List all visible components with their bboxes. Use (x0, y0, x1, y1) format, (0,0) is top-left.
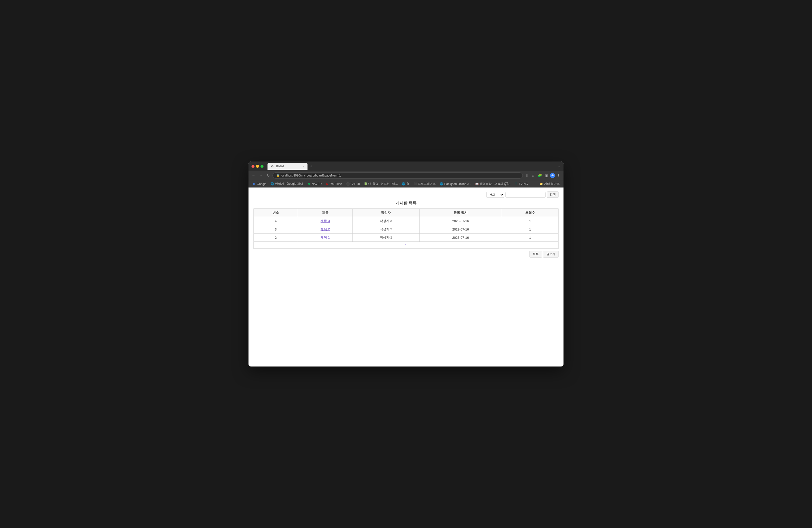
row-date: 2023-07-16 (419, 234, 502, 242)
table-row: 2 제목 1 작성자 1 2023-07-16 1 (254, 234, 559, 242)
table-row: 4 제목 3 작성자 3 2023-07-16 1 (254, 217, 559, 225)
search-area: 전체 제목 작성자 검색 (253, 191, 559, 198)
bookmark-naver-label: NAVER (311, 182, 321, 186)
bookmark-home[interactable]: 🌐 홈 (400, 181, 411, 187)
youtube-favicon: ▶ (326, 182, 329, 186)
row-id: 3 (254, 225, 298, 234)
row-author: 작성자 3 (352, 217, 419, 225)
bookmark-naver[interactable]: N NAVER (305, 181, 323, 187)
col-header-views: 조회수 (502, 209, 558, 217)
action-buttons: 목록 글쓰기 (253, 251, 559, 258)
title-link[interactable]: 제목 1 (320, 235, 330, 239)
back-button[interactable]: ← (250, 173, 257, 178)
row-views: 1 (502, 225, 558, 234)
board-title: 게시판 목록 (253, 201, 559, 206)
bookmark-other-label: 기타 북마크 (544, 182, 560, 186)
active-tab[interactable]: ⚙ Board × (267, 163, 307, 170)
programmers-favicon: ⬛ (413, 182, 417, 186)
pagination-cell: 1 (254, 242, 559, 249)
col-header-title: 제목 (298, 209, 352, 217)
extension-icon[interactable]: 🧩 (536, 173, 543, 178)
row-date: 2023-07-16 (419, 225, 502, 234)
bookmark-inflearn-label: 내 학습 - 인프런 | 마... (368, 182, 398, 186)
address-bar: ← → ↻ 🔒 ⬆ ☆ 🧩 ▣ 유 ⋮ (248, 171, 564, 180)
star-icon[interactable]: ☆ (530, 173, 536, 178)
bookmark-programmers[interactable]: ⬛ 프로그래머스 (411, 181, 437, 187)
github-favicon: ⚫ (346, 182, 349, 186)
tab-bar: ⚙ Board × + (267, 163, 556, 170)
search-select[interactable]: 전체 제목 작성자 (487, 192, 504, 198)
life-favicon: 📖 (475, 182, 479, 186)
maximize-button[interactable] (261, 165, 263, 168)
table-row: 3 제목 2 작성자 2 2023-07-16 1 (254, 225, 559, 234)
row-views: 1 (502, 234, 558, 242)
bookmark-home-label: 홈 (406, 182, 409, 186)
share-icon[interactable]: ⬆ (524, 173, 530, 178)
col-header-author: 작성자 (352, 209, 419, 217)
browser-window: ⚙ Board × + ⌄ ← → ↻ 🔒 ⬆ ☆ 🧩 ▣ 유 ⋮ G Goog… (248, 161, 564, 367)
minimize-button[interactable] (256, 165, 259, 168)
bookmark-youtube-label: YouTube (330, 182, 342, 186)
address-actions: ⬆ ☆ 🧩 ▣ 유 ⋮ (524, 173, 562, 178)
baekjoon-favicon: 🌐 (440, 182, 443, 186)
row-title: 제목 2 (298, 225, 352, 234)
bookmarks-bar: G Google 🌐 번역기 - Google 검색 N NAVER ▶ You… (248, 180, 564, 188)
bookmark-tving-label: TVING (519, 182, 528, 186)
bookmark-inflearn[interactable]: 📗 내 학습 - 인프런 | 마... (362, 181, 400, 187)
row-date: 2023-07-16 (419, 217, 502, 225)
bookmark-programmers-label: 프로그래머스 (418, 182, 436, 186)
write-button[interactable]: 글쓰기 (543, 251, 559, 258)
pagination-row: 1 (254, 242, 559, 249)
bookmark-tving[interactable]: T TVING (512, 181, 530, 187)
inflearn-favicon: 📗 (364, 182, 367, 186)
bookmark-papago-label: 번역기 - Google 검색 (275, 182, 303, 186)
bookmark-google-label: Google (257, 182, 266, 186)
address-input-wrapper[interactable]: 🔒 (273, 173, 523, 178)
other-favicon: 📁 (539, 182, 543, 186)
tab-close-button[interactable]: × (303, 165, 304, 168)
title-link[interactable]: 제목 3 (320, 219, 330, 223)
col-header-date: 등록 일시 (419, 209, 502, 217)
more-icon[interactable]: ⋮ (555, 173, 562, 178)
profile-badge[interactable]: 유 (550, 173, 555, 178)
naver-favicon: N (307, 182, 310, 186)
search-button[interactable]: 검색 (547, 191, 559, 198)
table-header-row: 번호 제목 작성자 등록 일시 조회수 (254, 209, 559, 217)
row-views: 1 (502, 217, 558, 225)
bookmark-google[interactable]: G Google (250, 181, 268, 187)
reload-button[interactable]: ↻ (265, 173, 271, 178)
tving-favicon: T (514, 182, 518, 186)
row-id: 2 (254, 234, 298, 242)
bookmark-papago[interactable]: 🌐 번역기 - Google 검색 (269, 181, 305, 187)
bookmark-baekjoon[interactable]: 🌐 Baekjoon Online J... (438, 181, 473, 187)
tab-favicon: ⚙ (271, 164, 274, 168)
traffic-lights (251, 165, 263, 168)
page-1-link[interactable]: 1 (405, 243, 407, 247)
bookmark-other[interactable]: 📁 기타 북마크 (538, 181, 562, 187)
bookmark-youtube[interactable]: ▶ YouTube (324, 181, 344, 187)
page-content: 전체 제목 작성자 검색 게시판 목록 번호 제목 작성자 등록 일시 조회수 (248, 188, 564, 367)
col-header-id: 번호 (254, 209, 298, 217)
row-title: 제목 1 (298, 234, 352, 242)
bookmarks-right: 📁 기타 북마크 (538, 181, 562, 187)
forward-button[interactable]: → (258, 173, 264, 178)
bookmark-life[interactable]: 📖 생명의삶 : 오늘의 QT... (474, 181, 512, 187)
close-button[interactable] (251, 165, 255, 168)
title-link[interactable]: 제목 2 (320, 227, 330, 231)
bookmark-github-label: GitHub (350, 182, 360, 186)
bookmark-github[interactable]: ⚫ GitHub (344, 181, 362, 187)
papago-favicon: 🌐 (271, 182, 274, 186)
list-button[interactable]: 목록 (530, 251, 542, 258)
row-author: 작성자 1 (352, 234, 419, 242)
search-input[interactable] (506, 192, 546, 197)
address-field[interactable] (281, 174, 519, 177)
window-control-button[interactable]: ⌄ (558, 164, 561, 168)
title-bar: ⚙ Board × + ⌄ (248, 161, 564, 171)
bookmark-baekjoon-label: Baekjoon Online J... (444, 182, 471, 186)
google-favicon: G (252, 182, 256, 186)
row-id: 4 (254, 217, 298, 225)
row-title: 제목 3 (298, 217, 352, 225)
sidebar-icon[interactable]: ▣ (544, 173, 550, 178)
board-table: 번호 제목 작성자 등록 일시 조회수 4 제목 3 작성자 3 2023-07… (253, 208, 559, 249)
new-tab-button[interactable]: + (308, 163, 314, 169)
